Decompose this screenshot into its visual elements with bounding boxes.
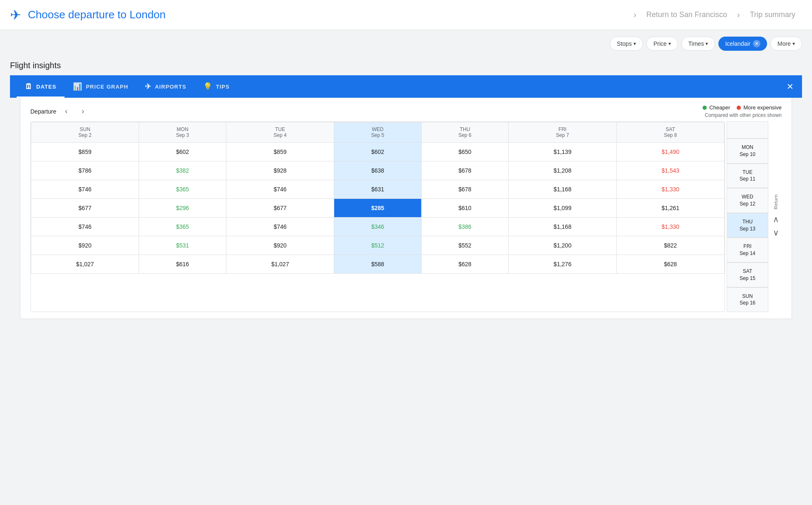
- price-cell[interactable]: $512: [334, 236, 422, 255]
- price-cell[interactable]: $928: [226, 161, 334, 180]
- icelandair-filter[interactable]: Icelandair ✕: [718, 37, 767, 51]
- header-steps: › Return to San Francisco › Trip summary: [630, 9, 802, 21]
- price-cell[interactable]: $1,490: [616, 143, 724, 161]
- price-cell[interactable]: $285: [334, 199, 422, 218]
- price-cell[interactable]: $786: [31, 161, 139, 180]
- price-cell[interactable]: $678: [421, 161, 509, 180]
- return-up-arrow[interactable]: ∧: [771, 213, 781, 226]
- price-cell[interactable]: $628: [421, 255, 509, 274]
- price-cell[interactable]: $746: [226, 180, 334, 199]
- price-cell[interactable]: $638: [334, 161, 422, 180]
- price-cell[interactable]: $1,027: [226, 255, 334, 274]
- stops-filter[interactable]: Stops ▾: [610, 37, 643, 51]
- price-cell[interactable]: $1,200: [509, 236, 616, 255]
- price-cell[interactable]: $1,139: [509, 143, 616, 161]
- price-cell[interactable]: $602: [334, 143, 422, 161]
- return-down-arrow[interactable]: ∨: [771, 226, 781, 239]
- table-row: $920$531$920$512$552$1,200$822: [31, 236, 725, 255]
- price-cell[interactable]: $920: [31, 236, 139, 255]
- price-cell[interactable]: $650: [421, 143, 509, 161]
- price-cell[interactable]: $677: [226, 199, 334, 218]
- return-arrows-panel: Return ∧ ∨: [768, 121, 782, 312]
- price-cell[interactable]: $859: [226, 143, 334, 161]
- return-date-cell[interactable]: THU Sep 13: [727, 213, 768, 238]
- tab-bar: 🗓 DATES 📊 PRICE GRAPH ✈ AIRPORTS 💡 TIPS …: [10, 75, 802, 98]
- return-dates-cells: MON Sep 10TUE Sep 11WED Sep 12THU Sep 13…: [727, 139, 768, 312]
- price-cell[interactable]: $1,168: [509, 218, 616, 236]
- filter-bar: Stops ▾ Price ▾ Times ▾ Icelandair ✕ Mor…: [0, 30, 812, 57]
- icelandair-close[interactable]: ✕: [753, 40, 760, 47]
- col-sun: SUNSep 2: [31, 122, 139, 143]
- legend-items: Cheaper More expensive: [703, 104, 782, 111]
- header-left: ✈ Choose departure to London: [10, 7, 630, 23]
- price-cell[interactable]: $1,543: [616, 161, 724, 180]
- table-row: $859$602$859$602$650$1,139$1,490: [31, 143, 725, 161]
- return-date-cell[interactable]: SUN Sep 16: [727, 287, 768, 312]
- price-cell[interactable]: $1,261: [616, 199, 724, 218]
- content-area: Departure ‹ › Cheaper More expensive Com…: [20, 98, 792, 319]
- return-date-cell[interactable]: FRI Sep 14: [727, 238, 768, 262]
- price-cell[interactable]: $628: [616, 255, 724, 274]
- price-cell[interactable]: $1,027: [31, 255, 139, 274]
- price-cell[interactable]: $746: [31, 180, 139, 199]
- tab-dates[interactable]: 🗓 DATES: [17, 76, 65, 98]
- times-filter[interactable]: Times ▾: [681, 37, 715, 51]
- return-date-cell[interactable]: MON Sep 10: [727, 139, 768, 163]
- prev-arrow[interactable]: ‹: [60, 105, 73, 118]
- price-cell[interactable]: $386: [421, 218, 509, 236]
- price-table: SUNSep 2 MONSep 3 TUESep 4 WEDSep 5 THUS…: [31, 122, 725, 274]
- return-date-cell[interactable]: TUE Sep 11: [727, 163, 768, 188]
- compare-note: Compared with other prices shown: [703, 112, 782, 118]
- price-cell[interactable]: $1,208: [509, 161, 616, 180]
- price-cell[interactable]: $677: [31, 199, 139, 218]
- step-summary[interactable]: Trip summary: [743, 9, 802, 21]
- price-cell[interactable]: $1,276: [509, 255, 616, 274]
- return-header: [727, 121, 768, 139]
- more-expensive-legend: More expensive: [737, 104, 782, 111]
- price-cell[interactable]: $616: [139, 255, 226, 274]
- price-cell[interactable]: $631: [334, 180, 422, 199]
- more-filter[interactable]: More ▾: [770, 37, 802, 51]
- price-cell[interactable]: $822: [616, 236, 724, 255]
- price-cell[interactable]: $531: [139, 236, 226, 255]
- price-cell[interactable]: $602: [139, 143, 226, 161]
- table-row: $746$365$746$631$678$1,168$1,330: [31, 180, 725, 199]
- page-title: Choose departure to London: [28, 8, 166, 21]
- departure-nav: Departure ‹ ›: [30, 105, 89, 118]
- price-cell[interactable]: $746: [31, 218, 139, 236]
- price-cell[interactable]: $365: [139, 180, 226, 199]
- tab-tips[interactable]: 💡 TIPS: [195, 75, 238, 98]
- price-cell[interactable]: $365: [139, 218, 226, 236]
- table-row: $746$365$746$346$386$1,168$1,330: [31, 218, 725, 236]
- col-wed: WEDSep 5: [334, 122, 422, 143]
- price-cell[interactable]: $588: [334, 255, 422, 274]
- grid-and-side: SUNSep 2 MONSep 3 TUESep 4 WEDSep 5 THUS…: [20, 121, 792, 319]
- departure-label: Departure: [30, 108, 56, 115]
- close-button[interactable]: ✕: [787, 82, 794, 92]
- insights-section: Flight insights 🗓 DATES 📊 PRICE GRAPH ✈ …: [0, 57, 812, 319]
- step-arrow-1: ›: [633, 10, 636, 20]
- price-cell[interactable]: $346: [334, 218, 422, 236]
- step-return[interactable]: Return to San Francisco: [640, 9, 734, 21]
- table-row: $677$296$677$285$610$1,099$1,261: [31, 199, 725, 218]
- price-cell[interactable]: $1,168: [509, 180, 616, 199]
- price-cell[interactable]: $1,330: [616, 180, 724, 199]
- price-cell[interactable]: $920: [226, 236, 334, 255]
- price-cell[interactable]: $552: [421, 236, 509, 255]
- tab-airports[interactable]: ✈ AIRPORTS: [137, 75, 195, 98]
- return-date-cell[interactable]: SAT Sep 15: [727, 262, 768, 287]
- price-cell[interactable]: $382: [139, 161, 226, 180]
- tab-price-graph[interactable]: 📊 PRICE GRAPH: [65, 75, 137, 98]
- more-chevron: ▾: [792, 41, 795, 47]
- price-cell[interactable]: $746: [226, 218, 334, 236]
- price-cell[interactable]: $1,330: [616, 218, 724, 236]
- cheaper-legend: Cheaper: [703, 104, 730, 111]
- price-cell[interactable]: $610: [421, 199, 509, 218]
- next-arrow[interactable]: ›: [76, 105, 89, 118]
- price-cell[interactable]: $678: [421, 180, 509, 199]
- return-date-cell[interactable]: WED Sep 12: [727, 188, 768, 213]
- price-cell[interactable]: $1,099: [509, 199, 616, 218]
- price-cell[interactable]: $296: [139, 199, 226, 218]
- price-filter[interactable]: Price ▾: [646, 37, 678, 51]
- price-cell[interactable]: $859: [31, 143, 139, 161]
